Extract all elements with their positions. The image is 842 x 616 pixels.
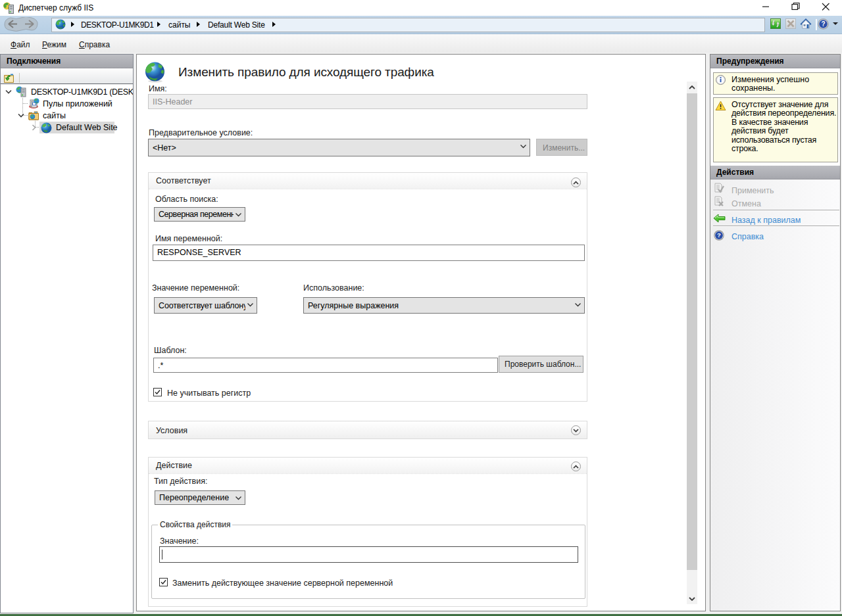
svg-text:?: ? — [717, 231, 721, 239]
svg-text:?: ? — [821, 20, 825, 28]
